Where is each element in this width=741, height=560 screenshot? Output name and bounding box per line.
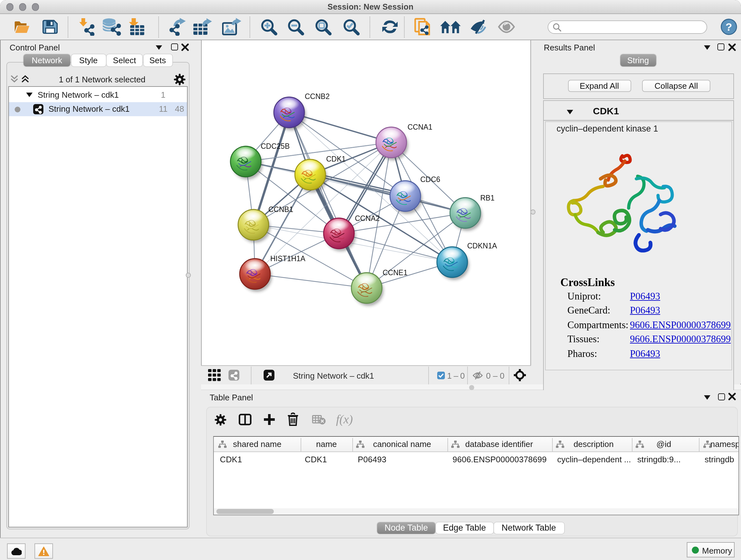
svg-text:CDC6: CDC6 <box>420 175 440 184</box>
svg-text:CDC25B: CDC25B <box>260 142 289 150</box>
svg-text:CCNB2: CCNB2 <box>305 92 329 101</box>
svg-text:CCNE1: CCNE1 <box>382 268 407 277</box>
svg-text:CCNB1: CCNB1 <box>268 205 293 213</box>
svg-text:CDK1: CDK1 <box>326 155 345 163</box>
svg-text:HIST1H1A: HIST1H1A <box>270 254 306 263</box>
svg-text:CDKN1A: CDKN1A <box>467 242 497 250</box>
svg-text:?: ? <box>725 21 732 33</box>
svg-text:CCNA2: CCNA2 <box>354 214 380 223</box>
svg-text:CCNA1: CCNA1 <box>407 123 432 131</box>
svg-text:RB1: RB1 <box>480 194 494 202</box>
